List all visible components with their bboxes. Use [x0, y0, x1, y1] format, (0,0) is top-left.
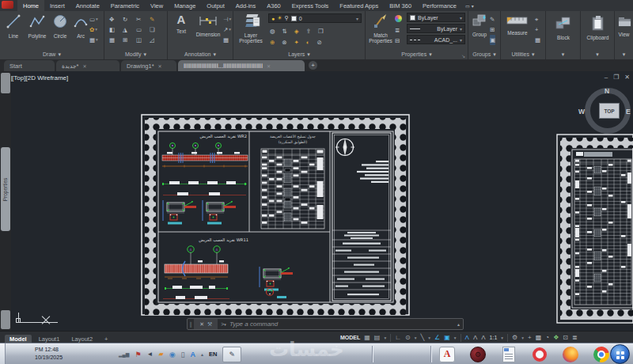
file-tab-jadida[interactable]: جديدة*✕	[56, 60, 119, 71]
calculator-button[interactable]: ▦	[535, 35, 540, 45]
ungroup-button[interactable]: ⊞	[490, 25, 495, 35]
battery-icon[interactable]: ▯	[181, 351, 185, 358]
chevron-down-icon[interactable]: ▾	[428, 336, 430, 340]
lineweight-list-button[interactable]: ≣	[395, 25, 402, 36]
layer-delete-button[interactable]: ⊗	[282, 37, 286, 47]
taskbar-opera[interactable]	[529, 344, 550, 364]
match-properties-button[interactable]: MatchProperties	[368, 13, 393, 44]
erase-button[interactable]: ✎	[150, 14, 163, 25]
annotation-scale-icon[interactable]: Λ	[481, 334, 485, 341]
object-snap-tracking-icon[interactable]: ∠	[434, 334, 440, 341]
close-icon[interactable]: ✕	[624, 74, 630, 81]
ribbon-tab-parametric[interactable]: Parametric	[105, 0, 145, 11]
rotate-button[interactable]: ↻	[123, 14, 136, 25]
ribbon-tab-performance[interactable]: Performance	[417, 0, 462, 11]
object-snap-icon[interactable]: ▣	[444, 334, 450, 341]
clipboard-button[interactable]: Clipboard	[581, 15, 615, 40]
layer-match-button[interactable]: ❐	[318, 26, 324, 36]
line-button[interactable]: Line	[3, 13, 24, 39]
offset-button[interactable]: ◿	[150, 35, 163, 45]
close-icon[interactable]: ✕	[158, 63, 162, 69]
close-icon[interactable]: ✕	[199, 321, 204, 328]
explode-button[interactable]: ❏	[150, 25, 163, 35]
customization-plus-icon[interactable]: +	[528, 334, 532, 341]
chevron-down-icon[interactable]: ▾	[415, 336, 417, 340]
text-button[interactable]: A Text	[172, 12, 190, 34]
clock-icon[interactable]: ◔	[545, 334, 549, 341]
viewcube-north[interactable]: N	[605, 87, 609, 95]
table-button[interactable]: ▦	[223, 35, 231, 45]
hidden-icons-chevron[interactable]: ▴	[201, 351, 203, 357]
ortho-mode-icon[interactable]: ∟	[395, 334, 401, 341]
dimension-button[interactable]: Dimension	[193, 14, 223, 37]
block-button[interactable]: Block	[546, 15, 581, 40]
rectangle-tool-button[interactable]: ▭▾	[89, 14, 98, 25]
ribbon-tab-output[interactable]: Output	[201, 0, 230, 11]
taskbar-app-gear[interactable]: ⚙	[468, 344, 488, 364]
groups-panel-label[interactable]: Groups▾	[468, 50, 500, 59]
measure-button[interactable]: Measure	[502, 14, 533, 36]
quick-select-button[interactable]: +	[535, 25, 540, 35]
volume-icon[interactable]: ◄	[147, 351, 154, 358]
block-panel-expander[interactable]: ▾	[546, 50, 580, 59]
viewcube-west[interactable]: W	[578, 108, 585, 116]
file-tab-start[interactable]: Start	[4, 60, 55, 71]
taskbar-notepad[interactable]	[498, 344, 519, 364]
layer-properties-button[interactable]: LayerProperties	[237, 13, 265, 44]
autoscale-icon[interactable]: Λ	[473, 334, 477, 341]
command-input[interactable]: Type a command	[229, 320, 278, 328]
file-tab-current-drawing[interactable]: اااااااااااااااااااااااا...ااااااااااااا…	[178, 60, 305, 71]
group-edit-button[interactable]: ✎	[490, 14, 495, 25]
layer-thaw-button[interactable]: ⊘	[316, 37, 321, 47]
autodesk-tray-icon[interactable]: A	[190, 351, 195, 358]
workspace-gear-icon[interactable]: ⚙	[512, 334, 517, 341]
stretch-button[interactable]: ▦	[109, 35, 123, 45]
dialog-launcher-icon[interactable]: ↘	[461, 53, 465, 59]
ribbon-tab-annotate[interactable]: Annotate	[70, 0, 105, 11]
taskbar-chrome[interactable]	[591, 344, 612, 364]
grid-display-icon[interactable]: ▦	[364, 334, 370, 341]
boundary-tool-button[interactable]: ▦▾	[89, 35, 98, 45]
mleader-button[interactable]: ↗▾	[223, 25, 231, 35]
wrench-icon[interactable]: ⚒	[207, 321, 212, 328]
linetype-dropdown[interactable]: ACAD_... ▾	[407, 35, 465, 44]
security-shield-icon[interactable]: ▰	[158, 351, 163, 358]
close-icon[interactable]: ✕	[82, 63, 86, 69]
view-panel-expander[interactable]: ▾	[615, 50, 633, 59]
annotation-visibility-icon[interactable]: Λ	[465, 334, 469, 341]
layer-off-button[interactable]: ◍	[270, 26, 275, 36]
new-drawing-button[interactable]: +	[309, 61, 317, 70]
chevron-down-icon[interactable]: ▾	[521, 336, 524, 340]
customization-menu-icon[interactable]: ≣	[572, 334, 578, 341]
clean-screen-icon[interactable]: ⊡	[563, 334, 568, 341]
layer-current-button[interactable]: ✦	[294, 37, 299, 47]
ribbon-tab-featured-apps[interactable]: Featured Apps	[334, 0, 384, 11]
snap-mode-icon[interactable]: ▤	[374, 334, 381, 341]
ribbon-tab-addins[interactable]: Add-ins	[230, 0, 261, 11]
lineweight-dropdown[interactable]: ByLayer ▾	[407, 24, 465, 33]
grip-icon[interactable]: ║	[189, 322, 192, 327]
viewcube-top-face[interactable]: TOP	[599, 103, 620, 119]
network-globe-icon[interactable]: ◉	[169, 351, 176, 358]
properties-panel-label[interactable]: Properties▾	[366, 50, 468, 59]
color-wheel-icon[interactable]	[395, 15, 402, 22]
viewcube-east[interactable]: E	[626, 108, 631, 116]
layer-unisolate-button[interactable]: ⊕	[270, 37, 275, 47]
chevron-down-icon[interactable]: ▾	[454, 336, 457, 340]
autocad-logo-icon[interactable]	[0, 0, 17, 11]
polar-tracking-icon[interactable]: ⊙	[405, 334, 411, 341]
language-indicator[interactable]: EN	[209, 351, 217, 358]
group-selection-toggle[interactable]: ▣	[490, 35, 495, 45]
layer-isolate-button[interactable]: ⇅	[282, 26, 287, 36]
palette-grip-top[interactable]	[1, 73, 10, 93]
start-button[interactable]	[610, 344, 630, 364]
file-tab-drawing1[interactable]: Drawing1*✕	[121, 60, 176, 71]
hatch-tool-button[interactable]: ✿▾	[89, 25, 98, 35]
palette-grip-bottom[interactable]	[1, 310, 10, 329]
view-button[interactable]: View	[615, 15, 633, 37]
layer-dropdown[interactable]: ● ☀ ⚲ 0 ▾	[268, 13, 362, 23]
ribbon-tab-a360[interactable]: A360	[261, 0, 286, 11]
ribbon-tab-express-tools[interactable]: Express Tools	[286, 0, 335, 11]
ribbon-tab-home[interactable]: Home	[17, 0, 44, 11]
circle-button[interactable]: Circle	[49, 13, 71, 39]
